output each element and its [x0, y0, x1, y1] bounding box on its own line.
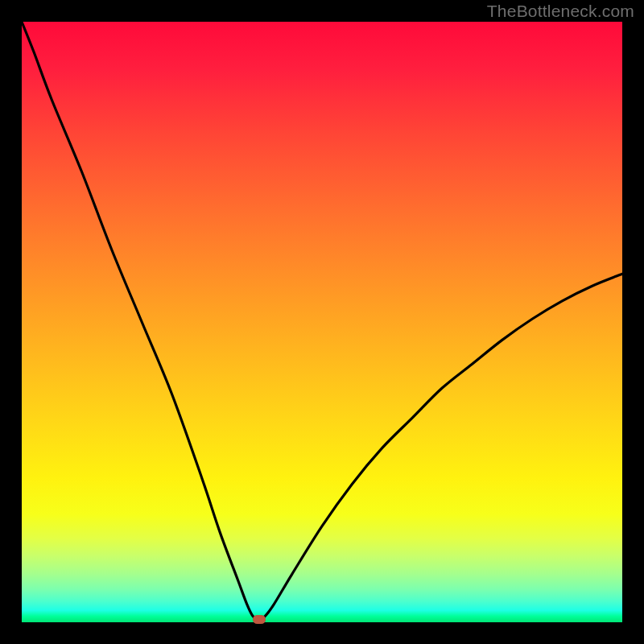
- watermark-text: TheBottleneck.com: [487, 2, 634, 21]
- plot-area: [22, 22, 622, 622]
- chart-frame: TheBottleneck.com: [0, 0, 644, 644]
- optimal-point-marker: [253, 615, 266, 624]
- bottleneck-curve: [22, 22, 622, 622]
